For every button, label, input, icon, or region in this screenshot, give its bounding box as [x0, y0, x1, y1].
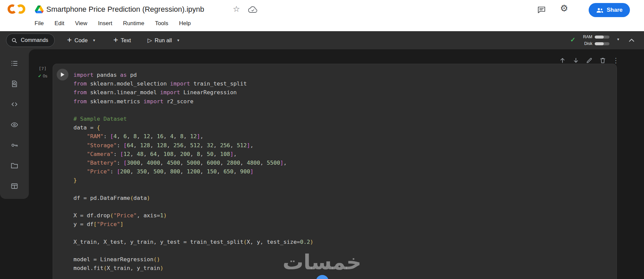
more-cell-options-icon[interactable]: ⋮	[612, 57, 619, 64]
code-line: data = {	[73, 123, 313, 132]
settings-gear-icon[interactable]: ⚙	[560, 3, 568, 14]
data-table-icon	[10, 182, 18, 190]
run-all-label: Run all	[155, 37, 172, 44]
move-cell-down-icon[interactable]	[572, 57, 580, 64]
sidebar-item-secrets[interactable]	[10, 141, 18, 149]
sidebar-item-find-and-replace[interactable]	[10, 80, 18, 88]
share-label: Share	[607, 7, 623, 13]
delete-cell-trash-icon[interactable]	[599, 57, 606, 64]
edit-cell-pen-icon[interactable]	[586, 57, 593, 64]
notebook-title[interactable]: Smartphone Price Prediction (Regression)…	[46, 5, 204, 14]
code-line: # Sample Dataset	[73, 115, 313, 123]
find-and-replace-icon	[10, 80, 18, 88]
code-line: model.fit(X_train, y_train)	[73, 264, 313, 273]
sidebar-item-code-snippets[interactable]	[10, 100, 18, 108]
sidebar-item-variable-inspector[interactable]	[10, 121, 18, 129]
google-drive-icon	[35, 5, 44, 13]
execution-status: ✓ 0s	[34, 73, 51, 78]
code-line: X_train, X_test, y_train, y_test = train…	[73, 238, 313, 246]
comments-icon[interactable]	[537, 5, 546, 14]
commands-label: Commands	[21, 37, 48, 43]
code-line	[73, 229, 313, 238]
execution-success-check-icon: ✓	[38, 73, 42, 78]
code-line: "Storage": [64, 128, 128, 256, 512, 32, …	[73, 141, 313, 150]
main-area: ⋮ [7] ✓ 0s import pandas as pdfrom sklea…	[0, 49, 644, 279]
collapse-toolbar-chevron-icon[interactable]	[627, 36, 636, 45]
add-text-label: Text	[121, 37, 131, 44]
code-line	[73, 106, 313, 115]
disk-label: Disk	[582, 41, 592, 46]
plus-icon: +	[67, 36, 72, 44]
code-line	[73, 246, 313, 255]
execution-time: 0s	[43, 74, 47, 78]
share-people-icon	[596, 7, 603, 13]
star-icon[interactable]: ☆	[233, 4, 240, 14]
search-icon	[11, 37, 17, 44]
code-line: df = pd.DataFrame(data)	[73, 194, 313, 203]
run-cell-button[interactable]	[57, 69, 68, 80]
cell-toolbar: ⋮	[559, 57, 619, 64]
code-line: "RAM": [4, 6, 8, 12, 16, 4, 8, 12],	[73, 132, 313, 141]
chevron-down-icon[interactable]: ▾	[177, 38, 179, 43]
files-folder-icon	[10, 162, 18, 170]
menu-help[interactable]: Help	[179, 20, 191, 27]
notebook-scroll-area[interactable]: ⋮ [7] ✓ 0s import pandas as pdfrom sklea…	[29, 49, 644, 279]
menu-view[interactable]: View	[75, 20, 88, 27]
add-text-button[interactable]: + Text	[113, 31, 131, 49]
resource-monitor[interactable]: RAM Disk	[582, 34, 610, 47]
code-line: }	[73, 176, 313, 185]
watermark-text: خمسات	[283, 250, 362, 274]
colab-logo-icon[interactable]	[7, 3, 26, 15]
add-code-label: Code	[74, 37, 88, 44]
menu-runtime[interactable]: Runtime	[123, 20, 144, 27]
code-line: y = df["Price"]	[73, 220, 313, 229]
left-sidebar	[0, 49, 29, 199]
run-all-button[interactable]: ▷ Run all ▾	[148, 31, 179, 49]
table-of-contents-icon	[10, 59, 18, 67]
chevron-down-icon[interactable]: ▾	[93, 38, 95, 43]
code-line	[73, 185, 313, 194]
sidebar-item-table-of-contents[interactable]	[10, 59, 18, 67]
code-line: from sklearn.linear_model import LinearR…	[73, 88, 313, 97]
ram-label: RAM	[582, 35, 592, 39]
code-line: "Battery": [3000, 4000, 4500, 5000, 6000…	[73, 159, 313, 167]
menu-file[interactable]: File	[35, 20, 44, 27]
menu-insert[interactable]: Insert	[98, 20, 112, 27]
add-code-button[interactable]: + Code ▾	[67, 31, 95, 49]
code-line: "Price": [200, 350, 500, 800, 1200, 150,…	[73, 167, 313, 176]
plus-icon: +	[113, 36, 118, 44]
runtime-connected-check-icon: ✓	[570, 36, 576, 44]
play-outline-icon: ▷	[148, 37, 152, 44]
ram-usage-bar	[595, 36, 609, 39]
sidebar-item-data-table[interactable]	[10, 182, 18, 190]
code-line: "Camera": [12, 48, 64, 108, 200, 8, 50, …	[73, 150, 313, 159]
share-button[interactable]: Share	[589, 3, 630, 17]
menu-bar: File Edit View Insert Runtime Tools Help	[35, 18, 191, 29]
disk-usage-bar	[595, 42, 609, 45]
variable-inspector-icon	[10, 121, 18, 129]
code-line: from sklearn.metrics import r2_score	[73, 97, 313, 106]
cloud-save-icon[interactable]	[248, 6, 258, 13]
code-snippets-icon	[10, 100, 18, 108]
header: Smartphone Price Prediction (Regression)…	[0, 0, 644, 31]
code-line: model = LinearRegression()	[73, 255, 313, 264]
menu-edit[interactable]: Edit	[54, 20, 64, 27]
code-line: from sklearn.model_selection import trai…	[73, 79, 313, 88]
resources-chevron-down-icon[interactable]: ▾	[617, 37, 619, 42]
secrets-key-icon	[10, 141, 18, 149]
code-line	[73, 203, 313, 211]
cell-gutter: [7] ✓ 0s	[34, 66, 51, 78]
notebook-toolbar: Commands + Code ▾ + Text ▷ Run all ▾ ✓ R…	[0, 31, 644, 49]
commands-button[interactable]: Commands	[6, 34, 55, 47]
code-line: X = df.drop("Price", axis=1)	[73, 211, 313, 220]
code-editor[interactable]: import pandas as pdfrom sklearn.model_se…	[73, 71, 313, 273]
code-line: import pandas as pd	[73, 71, 313, 79]
colab-app: { "header": { "title": "Smartphone Price…	[0, 0, 644, 279]
menu-tools[interactable]: Tools	[155, 20, 168, 27]
sidebar-item-files[interactable]	[10, 162, 18, 170]
move-cell-up-icon[interactable]	[559, 57, 566, 64]
code-cell: import pandas as pdfrom sklearn.model_se…	[53, 64, 617, 279]
play-icon	[60, 72, 65, 77]
execution-count: [7]	[34, 66, 51, 71]
